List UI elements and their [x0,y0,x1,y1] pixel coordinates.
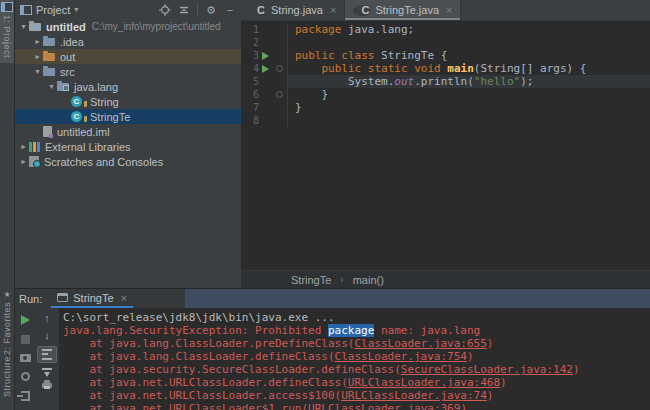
tree-item-stringte[interactable]: CStringTe [15,109,241,124]
down-stack-trace-button[interactable]: ↓ [44,329,50,341]
tree-item-string[interactable]: CString [15,94,241,109]
tool-button-structure[interactable]: Structure [0,356,14,397]
console-line-8: at java.net.URLClassLoader$1.run(URLClas… [63,402,650,410]
tree-item-label: StringTe [90,111,130,123]
tree-item-label: External Libraries [45,141,131,153]
console-output[interactable]: C:\sort_release\jdk8\jdk\bin\java.exe ..… [59,308,650,410]
editor-tab-string-java[interactable]: CString.java× [241,0,345,20]
console-text: ) [460,402,467,410]
tool-button-project[interactable]: 1: Project [0,0,14,63]
close-icon[interactable]: × [446,4,452,16]
chevron-down-icon[interactable]: ▾ [32,67,43,76]
stack-trace-link[interactable]: ClassLoader.java:754 [335,350,467,363]
stack-trace-link[interactable]: ClassLoader.java:655 [354,337,486,350]
circle-icon[interactable] [21,372,30,381]
console-text: ) [573,363,580,376]
tree-item-untitled-iml[interactable]: untitled.iml [15,124,241,139]
code-editor[interactable]: 1package java.lang;23public class String… [241,21,650,127]
project-tool-icon [1,2,13,12]
line-number: 5 [241,75,259,88]
code-text [288,114,650,127]
project-panel-title[interactable]: Project [36,4,70,16]
run-triangle-icon [262,65,269,73]
breadcrumb-separator-icon: › [340,274,343,285]
console-icon [57,293,68,302]
chevron-right-icon[interactable]: ▸ [18,157,29,166]
rerun-button[interactable] [21,315,30,325]
console-text: ) [487,389,494,402]
tree-item-java-lang[interactable]: ▾java.lang [15,79,241,94]
code-line-8[interactable]: 8 [241,114,650,127]
line-number: 2 [241,36,259,49]
code-line-2[interactable]: 2 [241,36,650,49]
tree-item-out[interactable]: ▸out [15,49,241,64]
code-line-6[interactable]: 6 } [241,88,650,101]
run-panel: Run: StringTe × ↑ ↓ [15,288,650,410]
gutter-spacer [259,36,272,49]
package-icon [57,83,69,91]
exit-icon[interactable] [21,391,30,401]
run-tab-zone: Run: StringTe × [15,289,185,308]
ide-window: 1: Project ★ 2: Favorites Structure Proj… [0,0,650,410]
tool-button-favorites[interactable]: ★ 2: Favorites [0,291,14,355]
stack-trace-link[interactable]: URLClassLoader.java:74 [341,389,487,402]
close-icon[interactable]: × [330,4,336,16]
code-segment-pl: java.lang; [341,23,414,36]
code-line-3[interactable]: 3public class StringTe { [241,49,650,62]
scroll-to-end-button[interactable] [42,368,52,378]
project-panel: Project ▾ ⚙ − ▾untitledC:\my_info\myproj… [15,0,241,288]
tree-item-scratches-and-consoles[interactable]: ▸Scratches and Consoles [15,154,241,169]
tree-item-label: java.lang [74,81,118,93]
console-toolbar: ↑ ↓ [35,308,59,410]
camera-icon[interactable] [20,354,31,362]
chevron-down-icon[interactable]: ▾ [46,82,57,91]
console-line-7: at java.net.URLClassLoader.access$100(UR… [63,389,650,402]
folder-icon [43,38,55,46]
breadcrumb-class[interactable]: StringTe [291,274,331,286]
code-line-4[interactable]: 4 public static void main(String[] args)… [241,62,650,75]
fold-icon[interactable] [272,88,288,101]
soft-wrap-icon [42,349,52,360]
print-button[interactable] [42,383,52,388]
soft-wrap-toggle[interactable] [37,346,57,363]
class-icon: C [71,96,82,107]
editor-tab-stringte-java[interactable]: CStringTe.java× [345,0,461,20]
tool-window-stripe: 1: Project ★ 2: Favorites Structure [0,0,15,410]
tree-item-label: untitled [46,21,86,33]
chevron-right-icon[interactable]: ▸ [32,37,43,46]
stack-trace-link[interactable]: URLClassLoader.java:369 [308,402,460,410]
run-gutter-icon[interactable] [259,49,272,62]
close-icon[interactable]: × [121,292,127,304]
chevron-down-icon[interactable]: ▾ [18,22,29,31]
collapse-all-icon[interactable] [178,4,190,16]
stop-button[interactable] [21,335,30,344]
chevron-right-icon[interactable]: ▸ [32,52,43,61]
stack-trace-link[interactable]: SecureClassLoader.java:142 [401,363,573,376]
tree-item-external-libraries[interactable]: ▸External Libraries [15,139,241,154]
tree-item-untitled[interactable]: ▾untitledC:\my_info\myproject\untitled [15,19,241,34]
tree-item-src[interactable]: ▾src [15,64,241,79]
fold-icon[interactable] [272,62,288,75]
tree-item--idea[interactable]: ▸.idea [15,34,241,49]
code-text: public class StringTe { [288,49,650,62]
fold-spacer [272,101,288,114]
locate-file-icon[interactable] [159,4,171,16]
chevron-down-icon[interactable]: ▾ [74,5,78,14]
code-line-1[interactable]: 1package java.lang; [241,23,650,36]
hide-panel-icon[interactable]: − [224,4,236,16]
code-segment-str: "hello" [474,75,520,88]
run-tab-stringte[interactable]: StringTe × [51,289,133,308]
code-segment-kw: package [295,23,341,36]
code-line-5[interactable]: 5 System.out.println("hello"); [241,75,650,88]
breadcrumb-method[interactable]: main() [353,274,384,286]
chevron-right-icon[interactable]: ▸ [18,142,29,151]
run-gutter-icon[interactable] [259,62,272,75]
stack-trace-link[interactable]: URLClassLoader.java:468 [348,376,500,389]
fold-spacer [272,49,288,62]
gear-icon[interactable]: ⚙ [205,4,217,16]
code-line-7[interactable]: 7} [241,101,650,114]
tree-item-label: String [90,96,119,108]
up-stack-trace-button[interactable]: ↑ [44,312,50,324]
folder-excluded-icon [43,53,55,61]
tree-item-label: Scratches and Consoles [44,156,163,168]
